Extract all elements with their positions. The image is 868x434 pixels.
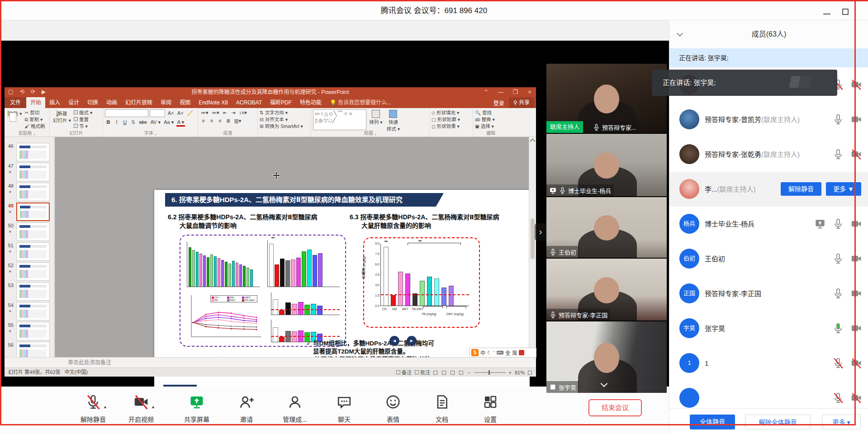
- shape-fill-button[interactable]: ◇ 形状填充 ▾: [432, 109, 471, 116]
- layout-button[interactable]: 版式 ▾: [74, 109, 92, 116]
- select-button[interactable]: ▣ 选择 ▾: [475, 123, 507, 130]
- ppt-tab-审阅[interactable]: 审阅: [157, 97, 175, 108]
- ppt-tab-幻灯片放映[interactable]: 幻灯片放映: [121, 97, 157, 108]
- zoom-in-icon[interactable]: +: [509, 368, 512, 377]
- font-size-select[interactable]: [150, 109, 165, 117]
- cut-button[interactable]: ✂ 剪切: [25, 109, 45, 116]
- shape-outline-button[interactable]: ▢ 形状轮廓 ▾: [432, 116, 471, 123]
- ime-item[interactable]: ⌨: [496, 350, 503, 356]
- caret-up-icon[interactable]: ▲: [103, 405, 107, 409]
- row-unmute-button[interactable]: 解除静音: [781, 182, 821, 196]
- replace-button[interactable]: ab 替换 ▾: [475, 116, 507, 123]
- ppt-close-icon[interactable]: ×: [523, 87, 536, 97]
- video-thumbnail-博士毕业生-杨兵[interactable]: 博士毕业生-杨兵: [546, 134, 667, 196]
- editor-scrollbar[interactable]: [529, 137, 536, 357]
- ime-red-icon[interactable]: [519, 350, 524, 355]
- member-row-1[interactable]: 11: [669, 346, 868, 381]
- char-spacing-button[interactable]: AV ▾: [149, 119, 161, 125]
- member-row-王伯初[interactable]: 伯初王伯初: [669, 241, 868, 276]
- ppt-minimize-icon[interactable]: —: [494, 87, 507, 97]
- ime-item[interactable]: 中: [480, 349, 485, 356]
- outdent-button[interactable]: ⇤: [222, 110, 228, 116]
- ppt-tab-福昕PDF[interactable]: 福昕PDF: [266, 97, 296, 108]
- ribbon-options-icon[interactable]: ⌃: [480, 87, 493, 97]
- line-spacing-button[interactable]: ↕≡▾: [238, 110, 247, 116]
- find-button[interactable]: 🔍 查找: [475, 109, 507, 116]
- video-thumbnail-预答辩专家-李正国[interactable]: 预答辩专家-李正国: [546, 259, 667, 321]
- format-painter-button[interactable]: 🖌 格式刷: [25, 123, 45, 130]
- bold-button[interactable]: B: [105, 119, 112, 125]
- ppt-tab-开始[interactable]: 开始: [26, 97, 45, 108]
- reading-view-icon[interactable]: [451, 371, 455, 375]
- ppt-tab-EndNote X8[interactable]: EndNote X8: [194, 97, 232, 108]
- slide-thumbnail-49[interactable]: 49✶: [5, 202, 54, 222]
- shadow-button[interactable]: S: [130, 119, 137, 125]
- ppt-tab-插入[interactable]: 插入: [45, 97, 64, 108]
- notes-pane[interactable]: 单击此处添加备注: [5, 357, 536, 368]
- slide-thumbnail-panel[interactable]: 4647✶48✶49✶50✶51✶52✶5354✶55✶56: [5, 137, 54, 357]
- member-row-博士毕业生-杨兵[interactable]: 杨兵博士毕业生-杨兵: [669, 207, 868, 241]
- video-thumbnail-王伯初[interactable]: 王伯初: [546, 197, 667, 258]
- zoom-slider[interactable]: [474, 372, 506, 373]
- notes-toggle[interactable]: 备注: [402, 370, 412, 375]
- new-slide-button[interactable]: 新建幻灯片 ▾: [52, 109, 72, 124]
- member-row-预答辩专家-张乾勇[interactable]: 预答辩专家-张乾勇(联席主持人): [669, 137, 868, 172]
- justify-button[interactable]: ≣: [225, 118, 232, 124]
- member-row-张宇昊[interactable]: 宇昊张宇昊: [669, 311, 868, 346]
- shape-effects-button[interactable]: ◻ 形状效果 ▾: [432, 123, 471, 130]
- video-strip-expander[interactable]: ›: [535, 223, 546, 241]
- copy-button[interactable]: ⧉ 复制 ▾: [25, 116, 45, 123]
- ppt-signin-button[interactable]: 登录: [489, 99, 509, 107]
- underline-button[interactable]: U: [122, 119, 128, 125]
- ime-item[interactable]: ☾: [487, 350, 492, 356]
- strikethrough-button[interactable]: abc: [138, 119, 148, 125]
- paste-button[interactable]: 粘贴 ▾: [6, 109, 23, 117]
- slide-thumbnail-56[interactable]: 56: [5, 341, 54, 357]
- ppt-tab-切换[interactable]: 切换: [83, 97, 102, 108]
- member-row-李...[interactable]: 李...(联席主持人)解除静音 更多 ▼: [669, 172, 868, 207]
- ppt-restore-icon[interactable]: ❐: [509, 87, 522, 97]
- next-slide-button[interactable]: ►: [407, 336, 417, 346]
- slide-thumbnail-51[interactable]: 51✶: [5, 242, 54, 262]
- slide-thumbnail-54[interactable]: 54✶: [5, 302, 54, 321]
- slide-thumbnail-55[interactable]: 55✶: [5, 321, 54, 341]
- ime-item[interactable]: 全: [505, 349, 510, 356]
- zoom-out-icon[interactable]: −: [468, 368, 470, 377]
- mute-all-button[interactable]: 全体静音: [690, 415, 735, 429]
- italic-button[interactable]: I: [113, 119, 120, 125]
- font-color-button[interactable]: A ▾: [176, 119, 185, 127]
- ime-toolbar[interactable]: S中☾’⌨全简: [470, 348, 536, 358]
- text-direction-button[interactable]: ⇅ 文字方向 ▾: [260, 109, 309, 116]
- unmute-all-button[interactable]: 解除全体静音: [745, 415, 811, 429]
- grow-font-button[interactable]: A˄: [167, 110, 175, 116]
- bullets-button[interactable]: ≔▾: [200, 110, 209, 116]
- smartart-button[interactable]: ⊞ 转换为 SmartArt ▾: [260, 123, 309, 130]
- scrollbar-thumb[interactable]: [531, 218, 535, 259]
- ppt-tab-ACROBAT[interactable]: ACROBAT: [232, 97, 266, 108]
- slide-thumbnail-48[interactable]: 48✶: [5, 182, 54, 202]
- slide-thumbnail-53[interactable]: 53: [5, 282, 54, 302]
- font-name-select[interactable]: [105, 109, 148, 117]
- slide-thumbnail-47[interactable]: 47✶: [5, 162, 54, 182]
- member-row-预答辩专家-李正国[interactable]: 正国预答辩专家-李正国: [669, 276, 868, 311]
- slide-thumbnail-52[interactable]: 52✶: [5, 262, 54, 282]
- comments-toggle[interactable]: 批注: [420, 370, 430, 375]
- minimize-icon[interactable]: [823, 14, 830, 14]
- clear-format-button[interactable]: 🧹: [186, 110, 194, 116]
- shrink-font-button[interactable]: A˅: [176, 110, 185, 116]
- columns-button[interactable]: ▥▾: [233, 118, 242, 124]
- ppt-tab-设计[interactable]: 设计: [64, 97, 83, 108]
- align-left-button[interactable]: ≡: [200, 118, 207, 123]
- video-thumbnail-预答辩专家...[interactable]: 联席主持人 预答辩专家...: [546, 64, 667, 133]
- scroll-up-icon[interactable]: [530, 138, 536, 144]
- row-more-button[interactable]: 更多 ▼: [826, 182, 861, 196]
- ppt-tellme-box[interactable]: 💡 告诉我您想要做什么...: [326, 97, 395, 108]
- reset-button[interactable]: 重置: [74, 116, 92, 123]
- ppt-tab-特色功能[interactable]: 特色功能: [296, 97, 326, 108]
- normal-view-icon[interactable]: [433, 371, 437, 375]
- ime-item[interactable]: 简: [512, 349, 517, 356]
- caret-up-icon[interactable]: ▲: [151, 405, 155, 409]
- maximize-icon[interactable]: [842, 9, 849, 15]
- indent-button[interactable]: ⇥: [230, 110, 237, 116]
- ime-logo[interactable]: S: [471, 349, 479, 356]
